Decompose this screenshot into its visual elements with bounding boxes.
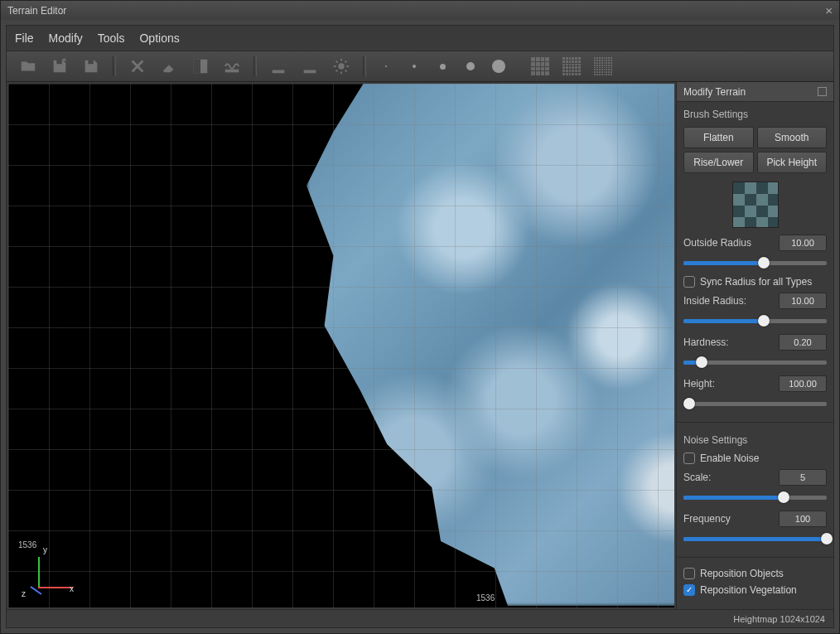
window-title: Terrain Editor [7, 5, 66, 17]
import-icon[interactable] [265, 55, 292, 78]
hardness-slider[interactable] [683, 356, 827, 369]
scale-label: Scale: [683, 472, 774, 483]
axis-x-label: x [70, 584, 74, 593]
frequency-label: Frequency [683, 513, 774, 525]
menu-tools[interactable]: Tools [98, 31, 125, 45]
sync-radius-checkbox[interactable]: Sync Radius for all Types [683, 276, 827, 288]
reposition-objects-label: Reposition Objects [700, 568, 784, 579]
heightmap-status: Heightmap 1024x1024 [733, 614, 825, 624]
outside-radius-label: Outside Radius [683, 237, 774, 249]
frequency-slider[interactable] [683, 532, 827, 545]
grid-med-icon[interactable] [558, 55, 585, 78]
menu-options[interactable]: Options [139, 31, 179, 45]
height-label: Height: [683, 378, 774, 390]
titlebar[interactable]: Terrain Editor × [1, 1, 839, 20]
menu-modify[interactable]: Modify [49, 31, 83, 45]
import-alt-icon[interactable] [297, 55, 323, 78]
save-up-icon[interactable] [78, 55, 104, 78]
brush-size-s[interactable] [403, 65, 426, 68]
grid-fine-icon[interactable] [590, 55, 616, 78]
panel-popout-icon[interactable] [818, 87, 827, 96]
modify-terrain-panel: Modify Terrain Brush Settings Flatten Sm… [676, 82, 833, 609]
frequency-value[interactable]: 100 [779, 511, 827, 527]
enable-noise-label: Enable Noise [700, 453, 759, 464]
menubar: File Modify Tools Options [7, 26, 833, 51]
inside-radius-value[interactable]: 10.00 [779, 293, 827, 309]
svg-rect-2 [225, 70, 239, 73]
pick-height-button[interactable]: Pick Height [757, 152, 828, 173]
reposition-vegetation-label: Reposition Vegetation [700, 584, 797, 596]
panel-title: Modify Terrain [683, 86, 746, 98]
hardness-label: Hardness: [683, 336, 774, 348]
hardness-value[interactable]: 0.20 [779, 334, 827, 351]
toolbar [7, 51, 833, 82]
smooth-button[interactable]: Smooth [757, 127, 828, 148]
inside-radius-slider[interactable] [683, 314, 827, 327]
brush-size-xl[interactable] [487, 60, 510, 73]
reposition-objects-checkbox[interactable]: Reposition Objects [683, 568, 827, 579]
noise-icon[interactable] [219, 55, 245, 78]
sync-radius-label: Sync Radius for all Types [700, 276, 812, 288]
reposition-vegetation-checkbox[interactable]: Reposition Vegetation [683, 584, 827, 596]
noise-settings-label: Noise Settings [683, 434, 827, 446]
close-icon[interactable]: × [825, 3, 833, 17]
outside-radius-slider[interactable] [683, 256, 827, 269]
brush-size-l[interactable] [459, 62, 482, 70]
terrain-editor-window: Terrain Editor × File Modify Tools Optio… [0, 0, 840, 634]
delete-icon[interactable] [124, 55, 151, 78]
contrast-icon[interactable] [187, 55, 214, 78]
scale-value[interactable]: 5 [779, 469, 827, 486]
erase-icon[interactable] [156, 55, 182, 78]
height-value[interactable]: 100.00 [779, 375, 827, 392]
coord-bottom: 1536 [476, 593, 495, 603]
brush-size-m[interactable] [431, 64, 454, 70]
outside-radius-value[interactable]: 10.00 [779, 235, 827, 251]
save-down-icon[interactable] [46, 55, 73, 78]
svg-point-3 [338, 63, 344, 69]
open-icon[interactable] [15, 55, 41, 78]
menu-file[interactable]: File [15, 31, 34, 45]
brush-texture-preview[interactable] [732, 181, 779, 228]
brush-size-xs[interactable] [374, 65, 398, 67]
axis-y-label: y [43, 545, 47, 554]
inside-radius-label: Inside Radius: [683, 295, 774, 307]
axis-z-label: z [22, 589, 26, 598]
height-slider[interactable] [683, 397, 827, 410]
terrain-heightmap [307, 84, 674, 606]
terrain-viewport[interactable]: 1536 1536 y x z [8, 84, 674, 607]
brush-settings-label: Brush Settings [683, 109, 827, 120]
svg-rect-1 [194, 60, 200, 74]
enable-noise-checkbox[interactable]: Enable Noise [683, 453, 827, 464]
rise-lower-button[interactable]: Rise/Lower [683, 152, 754, 173]
axis-gizmo: y x z [22, 549, 68, 595]
statusbar: Heightmap 1024x1024 [7, 609, 833, 627]
sun-icon[interactable] [328, 55, 355, 78]
scale-slider[interactable] [683, 491, 827, 504]
grid-coarse-icon[interactable] [527, 55, 553, 78]
flatten-button[interactable]: Flatten [683, 127, 754, 148]
